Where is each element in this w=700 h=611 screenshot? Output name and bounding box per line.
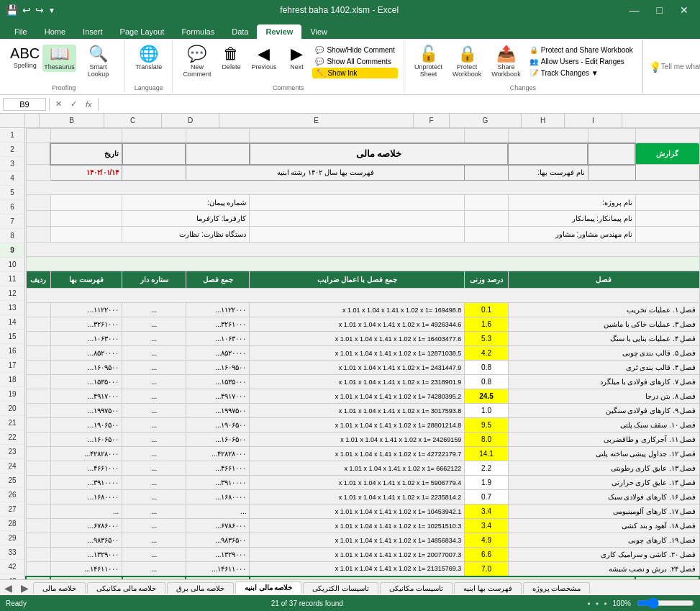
cell-I1[interactable] <box>635 129 699 143</box>
cell-row8[interactable] <box>26 243 699 257</box>
col-header-H[interactable]: H <box>522 114 565 127</box>
cell-row4[interactable] <box>26 181 699 195</box>
tab-review[interactable]: Review <box>257 24 301 39</box>
share-workbook-button[interactable]: 📤 ShareWorkbook <box>487 45 524 79</box>
cell-E15[interactable]: x 1.01 x 1.04 x 1.41 x 1.02 x 1= 1287103… <box>250 346 465 361</box>
protect-workbook-button[interactable]: 🔒 ProtectWorkbook <box>448 45 486 79</box>
cell-B13[interactable]: ۳۲۶۱۰۰۰... <box>50 317 122 332</box>
cell-E14[interactable]: x 1.01 x 1.04 x 1.41 x 1.02 x 1= 1640347… <box>250 332 465 346</box>
cell-D26[interactable]: ... <box>186 504 250 519</box>
cell-A42[interactable] <box>26 576 50 580</box>
allow-users-edit-ranges-button[interactable]: 👥 Allow Users - Edit Ranges <box>527 56 636 67</box>
cell-B19[interactable]: ۱۹۹۷۵۰۰... <box>50 404 122 418</box>
cell-F26[interactable]: 3.4 <box>465 504 509 519</box>
cell-D13[interactable]: ۳۲۶۱۰۰۰... <box>186 317 250 332</box>
row-15[interactable]: 15 <box>0 330 24 344</box>
save-icon[interactable]: 💾 <box>6 4 18 16</box>
sheet-tab-تاسیسات-الکتریکی[interactable]: تاسیسات الکتریکی <box>303 582 378 594</box>
view-pagebreak-icon[interactable]: ▪ <box>604 599 607 607</box>
cell-D23[interactable]: ۴۶۶۱۰۰۰... <box>186 461 250 476</box>
cell-G7[interactable]: نام مهندس مشاور: مشاور <box>508 227 635 243</box>
cell-G21[interactable]: فصل ۱۱. آجرکاری و طاقضربی <box>508 433 699 447</box>
cell-F18[interactable]: 24.5 <box>465 389 509 404</box>
cell-D28[interactable]: ۹۸۳۶۵۰۰... <box>186 533 250 548</box>
cell-A7[interactable] <box>26 227 50 243</box>
cell-C33[interactable]: ... <box>122 562 186 576</box>
cell-A29[interactable] <box>26 548 50 562</box>
cell-A20[interactable] <box>26 418 50 433</box>
sheet-tab-خلاصه-مالی[interactable]: خلاصه مالی <box>33 582 86 594</box>
cell-D29[interactable]: ۱۳۲۹۰۰۰... <box>186 548 250 562</box>
cell-A13[interactable] <box>26 317 50 332</box>
redo-icon[interactable]: ↪ <box>35 4 44 16</box>
cell-D27[interactable]: ۶۷۸۶۰۰۰... <box>186 519 250 533</box>
show-ink-button[interactable]: ✏️ Show Ink <box>312 68 397 78</box>
cell-G10[interactable]: فصل <box>508 271 699 289</box>
undo-icon[interactable]: ↩ <box>22 4 31 16</box>
cell-D3[interactable]: فهرست بها سال ۱۴۰۲ رشته ابنیه <box>186 165 464 181</box>
cell-A15[interactable] <box>26 346 50 361</box>
cell-G6[interactable]: نام پیمانکار: پیمانکار <box>508 211 635 227</box>
cell-E23[interactable]: x 1.01 x 1.04 x 1.41 x 1.02 x 1= 6662122 <box>250 461 465 476</box>
col-header-F[interactable]: F <box>414 114 450 127</box>
sheet-tab-مشخصات-پروژه[interactable]: مشخصات پروژه <box>523 582 591 594</box>
cell-F1[interactable] <box>465 129 509 143</box>
col-header-C[interactable]: C <box>104 114 162 127</box>
cell-C6[interactable]: کارفرما: کارفرما <box>122 211 250 227</box>
cell-G18[interactable]: فصل ۸. بتن درجا <box>508 389 699 404</box>
cell-A14[interactable] <box>26 332 50 346</box>
row-2[interactable]: 2 <box>0 142 24 157</box>
cell-I7[interactable] <box>635 227 699 243</box>
tab-file[interactable]: File <box>6 24 36 39</box>
cell-F3[interactable] <box>465 165 509 181</box>
col-header-G[interactable]: G <box>450 114 522 127</box>
cell-F21[interactable]: 8.0 <box>465 433 509 447</box>
cell-C20[interactable]: ... <box>122 418 186 433</box>
cell-B3[interactable]: ۱۴۰۲/۰۱/۱۴ <box>50 165 122 181</box>
cell-I2[interactable]: گزارش <box>635 143 699 165</box>
cell-C10[interactable]: ستاره دار <box>122 271 186 289</box>
cell-E20[interactable]: x 1.01 x 1.04 x 1.41 x 1.02 x 1= 2880121… <box>250 418 465 433</box>
tab-formulas[interactable]: Formulas <box>173 24 223 39</box>
cell-F5[interactable] <box>465 195 509 211</box>
cell-E33[interactable]: x 1.01 x 1.04 x 1.41 x 1.02 x 1= 2131576… <box>250 562 465 576</box>
cell-D42[interactable] <box>186 576 250 580</box>
cell-B18[interactable]: ۴۹۱۷۰۰۰... <box>50 389 122 404</box>
unprotect-sheet-button[interactable]: 🔓 UnprotectSheet <box>410 45 447 79</box>
cell-C18[interactable]: ... <box>122 389 186 404</box>
view-layout-icon[interactable]: ▪ <box>596 599 599 607</box>
tab-insert[interactable]: Insert <box>74 24 112 39</box>
row-22[interactable]: 22 <box>0 430 24 445</box>
cell-F17[interactable]: 0.8 <box>465 375 509 389</box>
cell-G23[interactable]: فصل ۱۳. عایق کاری رطوبتی <box>508 461 699 476</box>
spelling-button[interactable]: ABC Spelling <box>9 45 41 71</box>
cell-E17[interactable]: x 1.01 x 1.04 x 1.41 x 1.02 x 1= 2318901… <box>250 375 465 389</box>
cell-G1[interactable] <box>508 129 588 143</box>
cell-A23[interactable] <box>26 461 50 476</box>
cell-G25[interactable]: فصل ۱۶. کارهای فولادی سبک <box>508 490 699 504</box>
cell-E18[interactable]: x 1.01 x 1.04 x 1.41 x 1.02 x 1= 7428039… <box>250 389 465 404</box>
tab-data[interactable]: Data <box>223 24 257 39</box>
cell-B14[interactable]: ۱۰۶۳۰۰۰... <box>50 332 122 346</box>
cell-E19[interactable]: x 1.01 x 1.04 x 1.41 x 1.02 x 1= 3017593… <box>250 404 465 418</box>
cell-E27[interactable]: x 1.01 x 1.04 x 1.41 x 1.02 x 1= 1025151… <box>250 519 465 533</box>
cell-G2[interactable] <box>508 143 588 165</box>
cell-B12[interactable]: ۱۱۲۲۰۰۰... <box>50 303 122 317</box>
cell-E13[interactable]: x 1.01 x 1.04 x 1.41 x 1.02 x 1= 4926344… <box>250 317 465 332</box>
maximize-button[interactable]: □ <box>651 3 668 17</box>
cell-D24[interactable]: ۳۹۱۰۰۰۰... <box>186 476 250 490</box>
cell-C12[interactable]: ... <box>122 303 186 317</box>
cell-H3[interactable] <box>588 165 635 181</box>
thesaurus-button[interactable]: 📖 Thesaurus <box>42 45 76 72</box>
cell-C16[interactable]: ... <box>122 361 186 375</box>
row-28[interactable]: 28 <box>0 517 24 531</box>
translate-button[interactable]: 🌐 Translate <box>131 45 166 72</box>
cell-G29[interactable]: فصل ۲۰. کاشی و سرامیک کاری <box>508 548 699 562</box>
cell-E1[interactable] <box>250 129 465 143</box>
cell-F27[interactable]: 3.4 <box>465 519 509 533</box>
cell-G15[interactable]: فصل ۵. قالب بندی چوبی <box>508 346 699 361</box>
cell-F16[interactable]: 0.8 <box>465 361 509 375</box>
cell-E6[interactable] <box>250 211 465 227</box>
row-33[interactable]: 33 <box>0 546 24 560</box>
sheet-tab-فهرست-بها-ابنیه[interactable]: فهرست بها ابنیه <box>454 582 522 594</box>
